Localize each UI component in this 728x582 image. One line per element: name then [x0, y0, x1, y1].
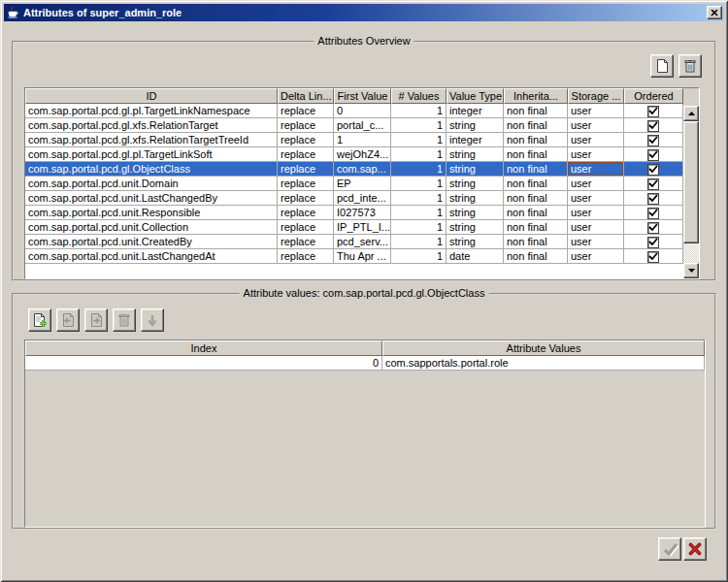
scrollbar-down-button[interactable] — [683, 263, 699, 278]
ordered-checkbox[interactable] — [647, 237, 659, 248]
cell-id[interactable]: com.sap.portal.pcd.unit.LastChangedAt — [25, 249, 278, 264]
cell-delta_link[interactable]: replace — [278, 118, 334, 133]
cell-ordered[interactable] — [624, 206, 683, 220]
cell-ordered[interactable] — [624, 147, 683, 162]
cell-id[interactable]: com.sap.portal.pcd.unit.LastChangedBy — [25, 191, 278, 206]
cell-ordered[interactable] — [624, 235, 683, 249]
cell-ordered[interactable] — [624, 220, 683, 235]
cell-num_values[interactable]: 1 — [391, 220, 447, 235]
cell-storage[interactable]: user — [568, 104, 624, 118]
cell-num_values[interactable]: 1 — [391, 206, 447, 220]
ordered-checkbox[interactable] — [647, 106, 659, 117]
ordered-checkbox[interactable] — [647, 135, 659, 146]
cell-inheritance[interactable]: non final — [504, 133, 568, 147]
cell-num_values[interactable]: 1 — [391, 191, 447, 206]
column-header-4[interactable]: # Values — [391, 88, 447, 104]
cell-ordered[interactable] — [624, 104, 683, 118]
attribute-row[interactable]: com.sap.portal.pcd.unit.LastChangedAtrep… — [25, 249, 683, 264]
ordered-checkbox[interactable] — [647, 251, 659, 263]
scrollbar-thumb[interactable] — [683, 121, 699, 243]
cell-storage[interactable]: user — [568, 191, 624, 206]
cell-ordered[interactable] — [624, 133, 683, 147]
values-column-header-1[interactable]: Index — [25, 340, 382, 356]
cell-first_value[interactable]: Thu Apr ... — [334, 249, 391, 264]
values-column-header-2[interactable]: Attribute Values — [382, 340, 705, 356]
ordered-checkbox[interactable] — [647, 193, 659, 205]
cell-index[interactable]: 0 — [25, 356, 382, 371]
cell-storage[interactable]: user — [568, 220, 624, 235]
cell-value[interactable]: com.sapportals.portal.role — [382, 356, 705, 371]
cell-inheritance[interactable]: non final — [504, 118, 568, 133]
cell-first_value[interactable]: 0 — [334, 104, 391, 118]
cell-delta_link[interactable]: replace — [278, 191, 334, 206]
cell-inheritance[interactable]: non final — [504, 104, 568, 118]
cell-id[interactable]: com.sap.portal.pcd.gl.xfs.RelationTarget — [25, 118, 278, 133]
value-row[interactable]: 0com.sapportals.portal.role — [25, 356, 705, 371]
cell-storage[interactable]: user — [568, 249, 624, 264]
cell-inheritance[interactable]: non final — [504, 191, 568, 206]
move-value-down-button[interactable] — [141, 308, 164, 332]
cell-delta_link[interactable]: replace — [278, 147, 334, 162]
cell-ordered[interactable] — [624, 162, 683, 177]
add-value-button[interactable] — [28, 308, 51, 332]
cell-value_type[interactable]: integer — [447, 133, 504, 147]
cell-id[interactable]: com.sap.portal.pcd.gl.ObjectClass — [25, 162, 278, 177]
cell-num_values[interactable]: 1 — [391, 235, 447, 249]
delete-value-button[interactable] — [113, 308, 136, 332]
cell-num_values[interactable]: 1 — [391, 177, 447, 191]
cell-delta_link[interactable]: replace — [278, 206, 334, 220]
cell-num_values[interactable]: 1 — [391, 133, 447, 147]
cell-num_values[interactable]: 1 — [391, 118, 447, 133]
cell-delta_link[interactable]: replace — [278, 177, 334, 191]
attribute-row[interactable]: com.sap.portal.pcd.gl.xfs.RelationTarget… — [25, 118, 683, 133]
attribute-row[interactable]: com.sap.portal.pcd.unit.Responsiblerepla… — [25, 206, 683, 220]
cell-first_value[interactable]: portal_c... — [334, 118, 391, 133]
cell-value_type[interactable]: string — [447, 177, 504, 191]
attribute-row[interactable]: com.sap.portal.pcd.gl.pl.TargetLinkSoftr… — [25, 147, 683, 162]
cell-inheritance[interactable]: non final — [504, 206, 568, 220]
cell-value_type[interactable]: string — [447, 162, 504, 177]
column-header-3[interactable]: First Value — [334, 88, 391, 104]
cell-ordered[interactable] — [624, 118, 683, 133]
cell-first_value[interactable]: 1 — [334, 133, 391, 147]
cell-first_value[interactable]: com.sap... — [334, 162, 391, 177]
cell-id[interactable]: com.sap.portal.pcd.unit.Collection — [25, 220, 278, 235]
column-header-6[interactable]: Inherita... — [504, 88, 568, 104]
cell-delta_link[interactable]: replace — [278, 220, 334, 235]
cell-storage[interactable]: user — [568, 177, 624, 191]
cell-id[interactable]: com.sap.portal.pcd.gl.pl.TargetLinkNames… — [25, 104, 278, 118]
cell-num_values[interactable]: 1 — [391, 162, 447, 177]
cell-delta_link[interactable]: replace — [278, 235, 334, 249]
cell-id[interactable]: com.sap.portal.pcd.unit.CreatedBy — [25, 235, 278, 249]
cell-inheritance[interactable]: non final — [504, 162, 568, 177]
cell-storage[interactable]: user — [568, 235, 624, 249]
cell-first_value[interactable]: pcd_serv... — [334, 235, 391, 249]
cell-inheritance[interactable]: non final — [504, 220, 568, 235]
ordered-checkbox[interactable] — [647, 120, 659, 132]
cell-storage[interactable]: user — [568, 118, 624, 133]
cell-inheritance[interactable]: non final — [504, 147, 568, 162]
cell-first_value[interactable]: pcd_inte... — [334, 191, 391, 206]
cancel-button[interactable] — [683, 537, 707, 561]
cell-ordered[interactable] — [624, 177, 683, 191]
cell-inheritance[interactable]: non final — [504, 177, 568, 191]
cell-first_value[interactable]: I027573 — [334, 206, 391, 220]
cell-first_value[interactable]: EP — [334, 177, 391, 191]
attribute-row[interactable]: com.sap.portal.pcd.unit.LastChangedByrep… — [25, 191, 683, 206]
cell-value_type[interactable]: integer — [447, 104, 504, 118]
cell-first_value[interactable]: IP_PTL_I... — [334, 220, 391, 235]
ordered-checkbox[interactable] — [647, 222, 659, 234]
attribute-row[interactable]: com.sap.portal.pcd.unit.CreatedByreplace… — [25, 235, 683, 249]
cell-first_value[interactable]: wejOhZ4... — [334, 147, 391, 162]
cell-value_type[interactable]: string — [447, 206, 504, 220]
cell-id[interactable]: com.sap.portal.pcd.unit.Domain — [25, 177, 278, 191]
attribute-row[interactable]: com.sap.portal.pcd.gl.pl.TargetLinkNames… — [25, 104, 683, 118]
ordered-checkbox[interactable] — [647, 178, 659, 190]
cell-id[interactable]: com.sap.portal.pcd.unit.Responsible — [25, 206, 278, 220]
cell-num_values[interactable]: 1 — [391, 249, 447, 264]
cell-delta_link[interactable]: replace — [278, 104, 334, 118]
close-button[interactable] — [707, 6, 722, 19]
cell-value_type[interactable]: string — [447, 235, 504, 249]
delete-attribute-button[interactable] — [678, 54, 702, 78]
cell-delta_link[interactable]: replace — [278, 249, 334, 264]
